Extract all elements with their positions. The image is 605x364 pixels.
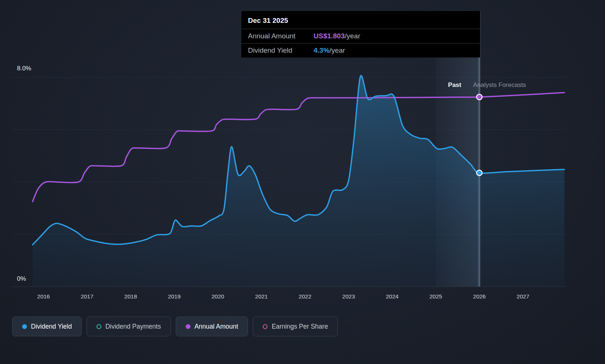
legend-label: Annual Amount bbox=[195, 323, 238, 330]
tooltip-suffix: /year bbox=[345, 32, 360, 40]
y-axis-label-bottom: 0% bbox=[17, 275, 26, 283]
legend-earnings-per-share-button[interactable]: Earnings Per Share bbox=[253, 316, 338, 336]
legend-label: Dividend Payments bbox=[105, 323, 161, 330]
earnings-per-share-marker-icon bbox=[263, 324, 267, 329]
chart-tooltip: Dec 31 2025 Annual Amount US$1.803 /year… bbox=[241, 11, 480, 57]
legend-dividend-payments-button[interactable]: Dividend Payments bbox=[87, 316, 171, 336]
tooltip-value: 4.3% bbox=[314, 46, 329, 55]
tooltip-value: US$1.803 bbox=[314, 32, 345, 40]
legend-annual-amount-button[interactable]: Annual Amount bbox=[176, 316, 248, 336]
chart-legend: Dividend Yield Dividend Payments Annual … bbox=[12, 316, 338, 336]
annual-amount-marker-icon bbox=[186, 324, 190, 329]
tooltip-row-annual-amount: Annual Amount US$1.803 /year bbox=[241, 29, 480, 43]
tooltip-row-dividend-yield: Dividend Yield 4.3% /year bbox=[241, 43, 480, 57]
tooltip-suffix: /year bbox=[329, 46, 345, 55]
tooltip-label: Dividend Yield bbox=[248, 46, 314, 55]
legend-label: Dividend Yield bbox=[31, 323, 72, 330]
analysts-forecasts-label: Analysts Forecasts bbox=[473, 81, 526, 89]
tooltip-date: Dec 31 2025 bbox=[241, 11, 480, 29]
past-label: Past bbox=[424, 81, 461, 89]
dividend-yield-marker-icon bbox=[22, 324, 27, 329]
tooltip-label: Annual Amount bbox=[248, 32, 314, 40]
legend-dividend-yield-button[interactable]: Dividend Yield bbox=[12, 316, 82, 336]
dividend-payments-marker-icon bbox=[97, 324, 101, 329]
y-axis-label-top: 8.0% bbox=[17, 65, 31, 72]
legend-label: Earnings Per Share bbox=[272, 323, 328, 330]
dividend-history-chart: 8.0% 0% Past Analysts Forecasts 20162017… bbox=[0, 0, 605, 364]
